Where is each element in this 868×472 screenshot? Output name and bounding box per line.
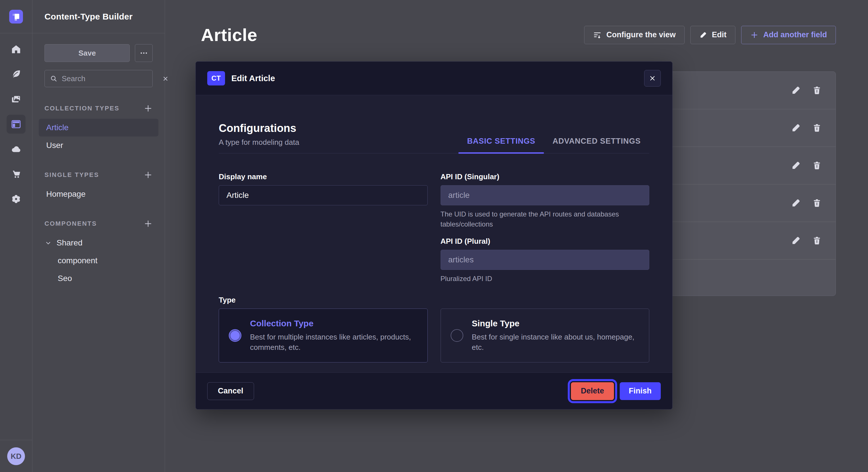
cancel-button[interactable]: Cancel [207,382,254,400]
sidebar-item-homepage[interactable]: Homepage [39,185,158,203]
save-button[interactable]: Save [44,44,130,62]
settings-tabs: BASIC SETTINGS ADVANCED SETTINGS [458,137,649,153]
close-icon [649,74,656,82]
edit-field-button[interactable] [791,123,801,133]
delete-button[interactable]: Delete [571,382,614,400]
delete-field-button[interactable] [812,161,822,170]
home-icon [11,44,22,55]
display-name-input[interactable] [219,185,428,205]
delete-field-button[interactable] [812,123,822,133]
settings-icon [11,194,22,204]
configure-view-label: Configure the view [606,30,676,39]
single-types-heading: SINGLE TYPES [44,171,99,179]
cart-icon [11,169,22,179]
collection-type-option[interactable]: Collection Type Best for multiple instan… [219,308,428,363]
modal-header: CT Edit Article [196,62,672,95]
search-icon [50,75,58,82]
section-subtitle: A type for modeling data [219,138,299,153]
delete-field-button[interactable] [812,86,822,95]
edit-article-modal: CT Edit Article Configurations A type fo… [195,61,673,409]
pencil-icon [791,198,801,208]
edit-button[interactable]: Edit [690,26,735,44]
edit-field-button[interactable] [791,85,801,96]
user-avatar[interactable]: KD [7,447,25,465]
sidebar-item-deploy[interactable] [7,140,26,159]
display-name-label: Display name [219,172,428,181]
add-field-label: Add another field [763,30,827,39]
pencil-icon [791,123,801,133]
search-box [44,70,153,87]
api-id-plural-input[interactable] [441,250,650,270]
content-type-builder-icon [11,119,22,130]
content-type-badge: CT [207,71,225,86]
strapi-logo-icon[interactable] [9,10,23,24]
feather-icon [11,69,22,80]
api-id-plural-label: API ID (Plural) [441,237,650,246]
sidebar-item-content-type-builder[interactable] [7,115,26,134]
single-type-title: Single Type [472,318,639,328]
finish-button[interactable]: Finish [620,382,661,400]
collection-types-heading: COLLECTION TYPES [44,105,119,112]
sidebar-item-seo[interactable]: Seo [44,270,153,287]
pencil-icon [699,31,707,39]
nav-rail: KD [0,0,32,472]
sidebar-group-shared[interactable]: Shared [44,234,153,252]
plus-icon [750,31,758,39]
edit-field-button[interactable] [791,198,801,208]
plugin-title: Content-Type Builder [44,12,133,22]
edit-field-button[interactable] [791,235,801,246]
plus-icon [144,104,153,113]
plus-icon [144,170,153,179]
tab-advanced-settings[interactable]: ADVANCED SETTINGS [544,137,649,153]
modal-body: Configurations A type for modeling data … [196,95,672,372]
sidebar-item-home[interactable] [7,40,26,59]
trash-icon [812,161,822,170]
rail-logo-area [0,0,32,33]
sidebar-item-user[interactable]: User [39,136,158,154]
components-heading: COMPONENTS [44,220,97,227]
configure-list-icon [593,31,601,39]
tab-basic-settings[interactable]: BASIC SETTINGS [458,137,544,153]
media-library-icon [11,94,22,105]
sidebar-item-marketplace[interactable] [7,165,26,183]
modal-footer: Cancel Delete Finish [196,372,672,409]
add-collection-type-button[interactable] [144,104,153,113]
delete-field-button[interactable] [812,198,822,208]
plus-icon [144,219,153,228]
type-label: Type [219,296,649,305]
group-label: Shared [57,238,82,247]
cloud-icon [11,144,22,155]
api-id-singular-input[interactable] [441,185,650,205]
more-options-button[interactable] [135,44,153,62]
single-type-option[interactable]: Single Type Best for single instance lik… [441,308,650,363]
add-component-button[interactable] [144,219,153,228]
pencil-icon [791,85,801,96]
radio-unselected-icon[interactable] [451,329,463,342]
configure-view-button[interactable]: Configure the view [584,26,685,44]
edit-field-button[interactable] [791,160,801,171]
page-title: Article [201,25,257,45]
rail-nav [7,40,26,208]
sidebar-item-media-library[interactable] [7,90,26,109]
add-another-field-button[interactable]: Add another field [741,26,836,44]
api-id-plural-helper: Pluralized API ID [441,274,639,284]
single-type-description: Best for single instance like about us, … [472,332,639,353]
sidebar-item-article[interactable]: Article [39,119,158,136]
edit-label: Edit [712,30,726,39]
rail-footer: KD [0,440,32,472]
add-single-type-button[interactable] [144,170,153,179]
sidebar-item-content-manager[interactable] [7,65,26,84]
sidebar-item-component[interactable]: component [44,252,153,270]
delete-field-button[interactable] [812,236,822,245]
plugin-header: Content-Type Builder [32,0,165,33]
close-modal-button[interactable] [644,70,661,87]
modal-title: Edit Article [231,74,275,83]
sidebar-item-settings[interactable] [7,190,26,208]
api-id-singular-helper: The UID is used to generate the API rout… [441,209,639,229]
pencil-icon [791,160,801,171]
trash-icon [812,198,822,208]
radio-selected-icon[interactable] [229,329,241,342]
collection-type-description: Best for multiple instances like article… [250,332,416,353]
api-id-singular-label: API ID (Singular) [441,172,650,181]
search-input[interactable] [62,74,158,83]
